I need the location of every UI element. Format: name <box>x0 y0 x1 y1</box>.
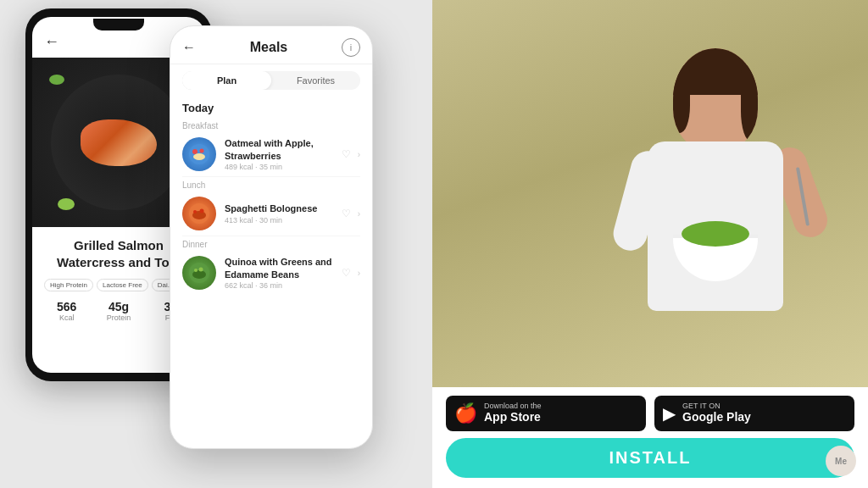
app-store-sub: Download on the <box>484 402 542 410</box>
meal-heart-icon[interactable]: ♡ <box>342 148 351 160</box>
svg-point-11 <box>199 268 203 272</box>
meal-meta-quinoa: 662 kcal · 36 min <box>225 281 333 290</box>
back-arrow-icon[interactable]: ← <box>44 33 59 51</box>
google-play-text: GET IT ON Google Play <box>682 402 751 424</box>
meal-image-spaghetti <box>182 197 216 230</box>
meals-back-arrow-icon[interactable]: ← <box>182 40 196 55</box>
meal-chevron-icon[interactable]: › <box>358 150 360 159</box>
app-store-text: Download on the App Store <box>484 402 542 424</box>
meal-name-spaghetti: Spaghetti Bolognese <box>225 202 333 214</box>
notch <box>93 19 144 30</box>
tabs-row: Plan Favorites <box>182 71 360 90</box>
tag-lactose: Lactose Free <box>97 279 148 291</box>
person-background <box>432 0 868 387</box>
meal-item-spaghetti[interactable]: Spaghetti Bolognese 413 kcal · 30 min ♡ … <box>170 191 372 236</box>
meal-actions-spaghetti: ♡ › <box>342 208 360 219</box>
section-day: Today <box>170 97 372 118</box>
meal-meta-spaghetti: 413 kcal · 30 min <box>225 216 333 225</box>
person-head <box>673 48 758 150</box>
apple-icon: 🍎 <box>454 402 477 424</box>
store-buttons-row: 🍎 Download on the App Store ▶ GET IT ON … <box>446 396 854 431</box>
phone-front: ← Meals i Plan Favorites Today Breakfast… <box>170 25 373 449</box>
meal-actions-oatmeal: ♡ › <box>342 148 360 160</box>
meals-header: ← Meals i <box>170 26 372 64</box>
section-breakfast: Breakfast <box>170 118 372 132</box>
meal-name-quinoa: Quinoa with Greens and Edamame Beans <box>225 256 333 280</box>
food-decoration <box>49 75 64 85</box>
meal-text-quinoa: Quinoa with Greens and Edamame Beans 662… <box>225 256 333 290</box>
meal-item-quinoa[interactable]: Quinoa with Greens and Edamame Beans 662… <box>170 251 372 295</box>
svg-point-2 <box>200 149 204 153</box>
salmon-plate <box>51 75 186 210</box>
meal-chevron-icon[interactable]: › <box>358 269 360 278</box>
meal-actions-quinoa: ♡ › <box>342 267 360 279</box>
tag-protein: High Protein <box>44 279 93 291</box>
google-play-sub: GET IT ON <box>682 402 751 410</box>
google-play-main: Google Play <box>682 410 751 424</box>
section-lunch: Lunch <box>170 177 372 191</box>
section-dinner: Dinner <box>170 236 372 251</box>
left-section: ← ♡ Grilled Salmon Watercress and Tom Hi… <box>0 0 432 488</box>
app-store-main: App Store <box>484 410 542 424</box>
nutrition-kcal: 566 Kcal <box>44 300 89 322</box>
google-play-button[interactable]: ▶ GET IT ON Google Play <box>654 396 854 431</box>
tab-plan[interactable]: Plan <box>182 71 271 90</box>
nutrition-protein: 45g Protein <box>96 300 141 322</box>
meal-image-quinoa <box>182 256 216 290</box>
meal-heart-icon[interactable]: ♡ <box>342 267 351 279</box>
meal-text-oatmeal: Oatmeal with Apple, Strawberries 489 kca… <box>225 137 333 171</box>
svg-point-9 <box>192 270 206 279</box>
svg-point-10 <box>194 269 198 272</box>
meal-item-oatmeal[interactable]: Oatmeal with Apple, Strawberries 489 kca… <box>170 132 372 176</box>
right-section: 🍎 Download on the App Store ▶ GET IT ON … <box>432 0 868 488</box>
svg-point-3 <box>193 153 205 160</box>
salmon-piece <box>81 119 157 166</box>
info-icon[interactable]: i <box>342 38 360 57</box>
bottom-bar: 🍎 Download on the App Store ▶ GET IT ON … <box>432 387 868 488</box>
install-button[interactable]: INSTALL <box>446 438 854 478</box>
app-store-button[interactable]: 🍎 Download on the App Store <box>446 396 646 431</box>
person-hair-side-right <box>741 65 758 141</box>
meal-heart-icon[interactable]: ♡ <box>342 208 351 219</box>
person-figure <box>597 48 834 387</box>
meals-title: Meals <box>250 40 287 55</box>
svg-point-1 <box>192 149 198 154</box>
meal-text-spaghetti: Spaghetti Bolognese 413 kcal · 30 min <box>225 202 333 224</box>
meal-meta-oatmeal: 489 kcal · 35 min <box>225 163 333 171</box>
tab-favorites[interactable]: Favorites <box>271 71 360 90</box>
svg-point-6 <box>193 210 197 214</box>
meal-chevron-icon[interactable]: › <box>358 209 360 219</box>
svg-point-7 <box>200 209 204 214</box>
meal-name-oatmeal: Oatmeal with Apple, Strawberries <box>225 137 333 162</box>
me-avatar[interactable]: Me <box>826 446 856 476</box>
food-decoration <box>58 198 75 210</box>
google-play-icon: ▶ <box>663 403 676 424</box>
person-image-area <box>432 0 868 387</box>
phone-front-content: ← Meals i Plan Favorites Today Breakfast… <box>170 26 372 448</box>
bowl-food <box>682 221 749 247</box>
person-hair-side-left <box>673 65 690 133</box>
meal-image-oatmeal <box>182 137 216 171</box>
